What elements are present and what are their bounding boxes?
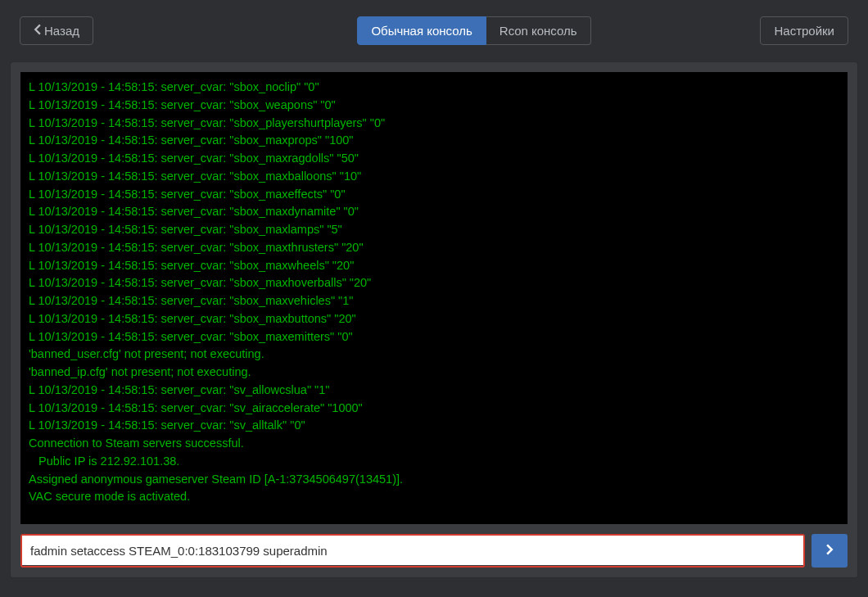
tab-rcon-console[interactable]: Rcon консоль xyxy=(486,16,591,45)
console-line: VAC secure mode is activated. xyxy=(29,488,839,506)
console-line: L 10/13/2019 - 14:58:15: server_cvar: "s… xyxy=(29,132,839,150)
console-panel: L 10/13/2019 - 14:58:15: server_cvar: "s… xyxy=(10,61,858,578)
command-input-highlight xyxy=(20,534,805,568)
console-line: Connection to Steam servers successful. xyxy=(29,435,839,453)
console-line: L 10/13/2019 - 14:58:15: server_cvar: "s… xyxy=(29,328,839,346)
console-line: L 10/13/2019 - 14:58:15: server_cvar: "s… xyxy=(29,115,839,133)
console-line: L 10/13/2019 - 14:58:15: server_cvar: "s… xyxy=(29,168,839,186)
console-line: L 10/13/2019 - 14:58:15: server_cvar: "s… xyxy=(29,417,839,435)
console-line: L 10/13/2019 - 14:58:15: server_cvar: "s… xyxy=(29,221,839,239)
console-line: L 10/13/2019 - 14:58:15: server_cvar: "s… xyxy=(29,274,839,292)
console-line: L 10/13/2019 - 14:58:15: server_cvar: "s… xyxy=(29,150,839,168)
settings-button[interactable]: Настройки xyxy=(760,16,848,45)
chevron-left-icon xyxy=(34,24,41,38)
console-line: L 10/13/2019 - 14:58:15: server_cvar: "s… xyxy=(29,239,839,257)
console-line: L 10/13/2019 - 14:58:15: server_cvar: "s… xyxy=(29,292,839,310)
console-line: L 10/13/2019 - 14:58:15: server_cvar: "s… xyxy=(29,400,839,418)
console-line: 'banned_ip.cfg' not present; not executi… xyxy=(29,364,839,382)
console-line: L 10/13/2019 - 14:58:15: server_cvar: "s… xyxy=(29,382,839,400)
console-line: L 10/13/2019 - 14:58:15: server_cvar: "s… xyxy=(29,97,839,115)
command-input-row xyxy=(20,534,848,568)
chevron-right-icon xyxy=(826,544,834,558)
console-line: Public IP is 212.92.101.38. xyxy=(29,453,839,471)
console-tab-group: Обычная консоль Rcon консоль xyxy=(357,16,590,45)
console-line: L 10/13/2019 - 14:58:15: server_cvar: "s… xyxy=(29,203,839,221)
console-line: 'banned_user.cfg' not present; not execu… xyxy=(29,346,839,364)
send-button[interactable] xyxy=(811,534,848,568)
command-input[interactable] xyxy=(22,536,803,565)
console-line: L 10/13/2019 - 14:58:15: server_cvar: "s… xyxy=(29,257,839,275)
tab-normal-console[interactable]: Обычная консоль xyxy=(357,16,486,45)
console-line: L 10/13/2019 - 14:58:15: server_cvar: "s… xyxy=(29,310,839,328)
back-button-label: Назад xyxy=(44,24,79,38)
content-wrapper: L 10/13/2019 - 14:58:15: server_cvar: "s… xyxy=(0,61,868,588)
console-line: L 10/13/2019 - 14:58:15: server_cvar: "s… xyxy=(29,79,839,97)
back-button[interactable]: Назад xyxy=(20,16,93,45)
console-output[interactable]: L 10/13/2019 - 14:58:15: server_cvar: "s… xyxy=(20,72,848,524)
console-line: Assigned anonymous gameserver Steam ID [… xyxy=(29,471,839,489)
console-line: L 10/13/2019 - 14:58:15: server_cvar: "s… xyxy=(29,186,839,204)
header-toolbar: Назад Обычная консоль Rcon консоль Настр… xyxy=(0,0,868,61)
